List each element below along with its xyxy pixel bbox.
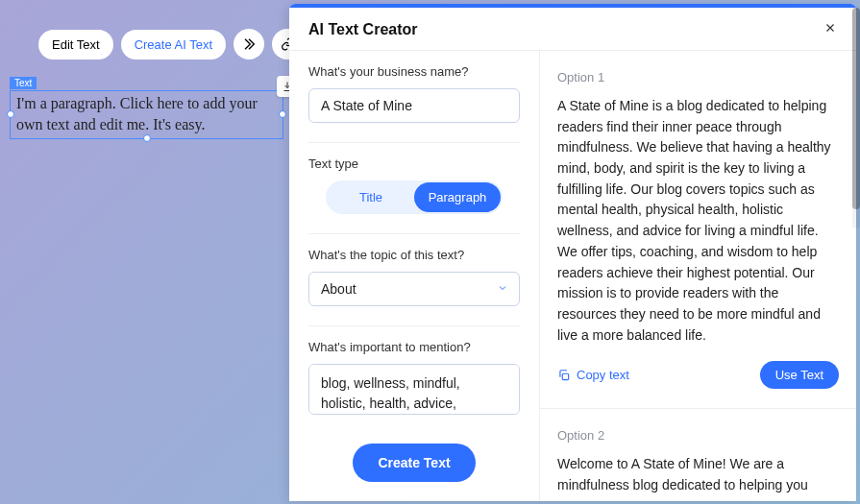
scrollbar-thumb[interactable]: [852, 8, 860, 209]
svg-rect-0: [562, 373, 568, 379]
animation-icon[interactable]: [233, 29, 264, 60]
paragraph-text[interactable]: I'm a paragraph. Click here to add your …: [10, 90, 283, 139]
resize-handle-bottom[interactable]: [143, 134, 151, 142]
business-name-label: What's your business name?: [308, 64, 520, 79]
use-text-button[interactable]: Use Text: [760, 361, 839, 389]
text-type-label: Text type: [308, 156, 520, 171]
copy-text-button[interactable]: Copy text: [557, 368, 629, 382]
copy-text-label: Copy text: [577, 368, 629, 382]
mention-label: What's important to mention?: [308, 340, 520, 354]
divider: [308, 325, 520, 326]
scrollbar[interactable]: [852, 8, 860, 228]
divider: [308, 233, 520, 234]
option-label: Option 1: [557, 70, 839, 84]
text-type-title[interactable]: Title: [328, 182, 414, 212]
option-label: Option 2: [557, 428, 839, 443]
option-text: A State of Mine is a blog dedicated to h…: [557, 96, 839, 346]
create-text-button[interactable]: Create Text: [353, 444, 475, 482]
create-ai-text-button[interactable]: Create AI Text: [121, 30, 226, 60]
divider: [308, 142, 520, 143]
mention-textarea[interactable]: [308, 364, 520, 415]
ai-text-creator-modal: AI Text Creator What's your business nam…: [289, 4, 856, 501]
results-column: Option 1 A State of Mine is a blog dedic…: [539, 51, 856, 501]
resize-handle-left[interactable]: [7, 110, 14, 118]
text-type-toggle: Title Paragraph: [326, 180, 503, 214]
result-option: Option 1 A State of Mine is a blog dedic…: [540, 51, 856, 409]
option-actions: Copy text Use Text: [557, 361, 839, 389]
option-text: Welcome to A State of Mine! We are a min…: [557, 454, 839, 495]
topic-select[interactable]: About: [308, 272, 520, 306]
close-button[interactable]: [823, 21, 837, 38]
resize-handle-right[interactable]: [279, 110, 286, 118]
modal-header: AI Text Creator: [289, 8, 856, 50]
topic-label: What's the topic of this text?: [308, 248, 520, 262]
edit-text-button[interactable]: Edit Text: [38, 30, 113, 60]
result-option: Option 2 Welcome to A State of Mine! We …: [540, 409, 856, 501]
modal-body: What's your business name? Text type Tit…: [289, 50, 856, 501]
copy-icon: [557, 369, 571, 382]
element-type-badge: Text: [10, 77, 37, 89]
selected-text-element[interactable]: Text I'm a paragraph. Click here to add …: [10, 73, 283, 139]
paragraph-content: I'm a paragraph. Click here to add your …: [16, 95, 258, 132]
business-name-input[interactable]: [308, 88, 520, 123]
text-type-paragraph[interactable]: Paragraph: [414, 182, 501, 212]
modal-title: AI Text Creator: [308, 21, 418, 38]
form-column: What's your business name? Text type Tit…: [289, 51, 539, 501]
close-icon: [823, 21, 837, 35]
